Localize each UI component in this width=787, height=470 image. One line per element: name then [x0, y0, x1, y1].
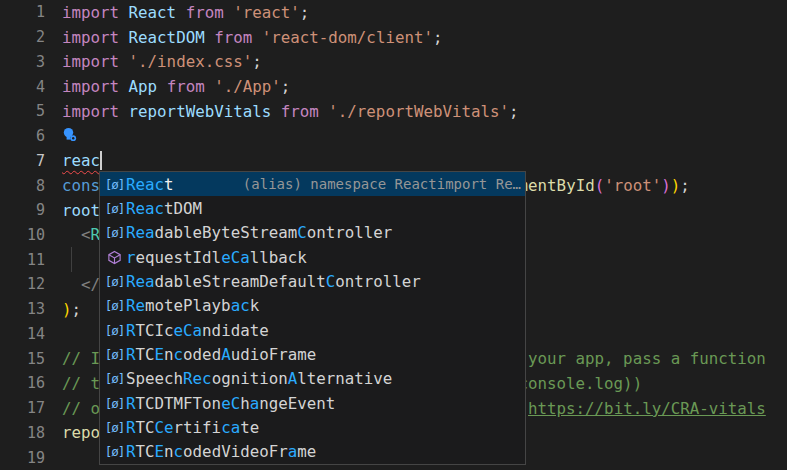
symbol-variable-icon: [ø] — [103, 323, 126, 338]
code-token: import — [62, 3, 129, 22]
code-line-5[interactable]: 5import reportWebVitals from './reportWe… — [0, 99, 787, 124]
suggestion-item-SpeechRecognitionAlternative[interactable]: [ø]SpeechRecognitionAlternative — [100, 367, 525, 391]
line-number: 6 — [0, 127, 62, 145]
code-token: reac — [62, 151, 100, 170]
symbol-variable-icon: [ø] — [103, 201, 126, 216]
code-token: 'root' — [604, 176, 661, 195]
suggestion-label: RTCDTMFToneChangeEvent — [126, 394, 335, 413]
suggestion-item-RTCEncodedAudioFrame[interactable]: [ø]RTCEncodedAudioFrame — [100, 342, 525, 366]
line-number: 9 — [0, 201, 62, 219]
code-token: ; — [433, 28, 443, 47]
code-token: from — [167, 77, 215, 96]
code-token: ) — [671, 176, 681, 195]
line-number: 12 — [0, 275, 62, 293]
code-token: from — [214, 28, 262, 47]
line-number: 5 — [0, 102, 62, 120]
suggestion-label: ReadableByteStreamController — [126, 223, 392, 242]
code-text: import ReactDOM from 'react-dom/client'; — [62, 28, 442, 47]
code-text: ); — [62, 300, 81, 319]
line-number: 4 — [0, 78, 62, 96]
code-token: import — [62, 102, 129, 121]
suggestion-item-RTCEncodedVideoFrame[interactable]: [ø]RTCEncodedVideoFrame — [100, 440, 525, 464]
symbol-variable-icon: [ø] — [103, 298, 126, 313]
symbol-variable-icon: [ø] — [103, 177, 126, 192]
line-number: 8 — [0, 177, 62, 195]
code-line-2[interactable]: 2import ReactDOM from 'react-dom/client'… — [0, 25, 787, 50]
line-number: 14 — [0, 325, 62, 343]
symbol-variable-icon: [ø] — [103, 444, 126, 459]
line-number: 10 — [0, 226, 62, 244]
suggestion-label: ReactDOM — [126, 199, 202, 218]
code-token: App — [129, 77, 167, 96]
code-line-7[interactable]: 7reac — [0, 148, 787, 173]
code-text: import './index.css'; — [62, 52, 262, 71]
symbol-variable-icon: [ø] — [103, 371, 126, 386]
code-token: from — [281, 102, 329, 121]
suggestion-item-requestIdleCallback[interactable]: requestIdleCallback — [100, 245, 525, 269]
line-number: 13 — [0, 300, 62, 318]
code-token: './index.css' — [129, 52, 253, 71]
code-text — [62, 126, 78, 146]
suggestion-item-ReactDOM[interactable]: [ø]ReactDOM — [100, 196, 525, 220]
code-text: reac — [62, 151, 102, 170]
line-number: 7 — [0, 152, 62, 170]
code-token: ) — [62, 300, 72, 319]
comment-link[interactable]: https://bit.ly/CRA-vitals — [528, 399, 766, 418]
suggestion-item-RTCCertificate[interactable]: [ø]RTCCertificate — [100, 415, 525, 439]
line-number: 3 — [0, 53, 62, 71]
suggestion-item-ReadableByteStreamController[interactable]: [ø]ReadableByteStreamController — [100, 221, 525, 245]
symbol-variable-icon: [ø] — [103, 347, 126, 362]
suggestion-item-RTCDTMFToneChangeEvent[interactable]: [ø]RTCDTMFToneChangeEvent — [100, 391, 525, 415]
code-token: import — [62, 52, 129, 71]
code-text: import App from './App'; — [62, 77, 290, 96]
line-number: 15 — [0, 350, 62, 368]
code-line-3[interactable]: 3import './index.css'; — [0, 49, 787, 74]
symbol-method-icon — [103, 250, 126, 265]
symbol-variable-icon: [ø] — [103, 225, 126, 240]
code-token: import — [62, 77, 129, 96]
code-token — [62, 275, 81, 294]
suggestion-label: ReadableStreamDefaultController — [126, 272, 421, 291]
code-token: from — [186, 3, 234, 22]
line-number: 19 — [0, 449, 62, 467]
code-token: reportWebVitals — [129, 102, 281, 121]
code-text: import reportWebVitals from './reportWeb… — [62, 102, 519, 121]
code-token: ( — [595, 176, 605, 195]
symbol-variable-icon: [ø] — [103, 420, 126, 435]
line-number: 17 — [0, 399, 62, 417]
suggestion-item-RTCIceCandidate[interactable]: [ø]RTCIceCandidate — [100, 318, 525, 342]
code-line-6[interactable]: 6 — [0, 124, 787, 149]
code-token: ; — [300, 3, 310, 22]
line-number: 2 — [0, 28, 62, 46]
suggestion-label: RTCIceCandidate — [126, 321, 269, 340]
line-number: 18 — [0, 424, 62, 442]
suggestion-detail: (alias) namespace Reactimport Re… — [235, 176, 521, 192]
line-number: 16 — [0, 374, 62, 392]
suggestion-label: RTCCertificate — [126, 418, 259, 437]
code-token: 'react' — [233, 3, 300, 22]
lightbulb-autofix-icon[interactable] — [62, 127, 78, 147]
code-line-1[interactable]: 1import React from 'react'; — [0, 0, 787, 25]
symbol-variable-icon: [ø] — [103, 274, 126, 289]
symbol-variable-icon: [ø] — [103, 396, 126, 411]
code-token: React — [129, 3, 186, 22]
text-cursor — [100, 151, 102, 170]
code-token: './App' — [214, 77, 281, 96]
code-token: ; — [72, 300, 82, 319]
code-token: ; — [281, 77, 291, 96]
suggestion-label: requestIdleCallback — [126, 248, 307, 267]
code-token — [62, 250, 100, 269]
code-token: ; — [252, 52, 262, 71]
code-token: ; — [680, 176, 690, 195]
suggestion-item-ReadableStreamDefaultController[interactable]: [ø]ReadableStreamDefaultController — [100, 269, 525, 293]
code-line-4[interactable]: 4import App from './App'; — [0, 74, 787, 99]
suggestion-label: RTCEncodedVideoFrame — [126, 442, 316, 461]
suggestion-item-RemotePlayback[interactable]: [ø]RemotePlayback — [100, 294, 525, 318]
suggestion-label: SpeechRecognitionAlternative — [126, 369, 392, 388]
suggestion-item-React[interactable]: [ø]React(alias) namespace Reactimport Re… — [100, 172, 525, 196]
code-token: ReactDOM — [129, 28, 215, 47]
code-text: import React from 'react'; — [62, 3, 309, 22]
line-number: 1 — [0, 3, 62, 21]
suggestion-label: RTCEncodedAudioFrame — [126, 345, 316, 364]
suggestion-label: React — [126, 175, 174, 194]
